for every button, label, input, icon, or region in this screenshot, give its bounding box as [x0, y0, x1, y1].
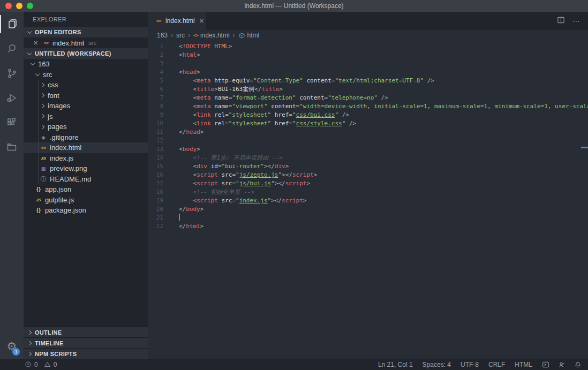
- code-line[interactable]: 20</body>: [148, 205, 588, 214]
- feedback-icon[interactable]: [558, 361, 566, 368]
- line-number[interactable]: 17: [148, 179, 170, 188]
- split-editor-icon[interactable]: [557, 16, 565, 26]
- code-line[interactable]: 2<html>: [148, 51, 588, 59]
- code-lines: 1<!DOCTYPE HTML>2<html>34<head>5 <meta h…: [148, 42, 588, 231]
- code-editor[interactable]: 1<!DOCTYPE HTML>2<html>34<head>5 <meta h…: [148, 41, 588, 359]
- line-number[interactable]: 20: [148, 205, 170, 214]
- run-and-debug-icon[interactable]: [0, 86, 24, 110]
- breadcrumb-item-index-html[interactable]: <>index.html: [193, 32, 230, 39]
- breadcrumb-item-163[interactable]: 163: [157, 32, 168, 39]
- status-item-html[interactable]: HTML: [515, 361, 532, 368]
- open-editor-item[interactable]: ✕ <> index.html src: [24, 37, 148, 48]
- line-number[interactable]: 15: [148, 162, 170, 171]
- open-editor-name: index.html: [52, 39, 84, 47]
- code-line[interactable]: 1<!DOCTYPE HTML>: [148, 42, 588, 51]
- tree-item-app-json[interactable]: {}app.json: [24, 184, 148, 195]
- status-item-ln-21-col-1[interactable]: Ln 21, Col 1: [378, 361, 413, 368]
- line-number[interactable]: 6: [148, 85, 170, 94]
- code-line[interactable]: 22</html>: [148, 222, 588, 231]
- source-control-icon[interactable]: [0, 61, 24, 86]
- explorer-icon[interactable]: [0, 12, 24, 36]
- line-number[interactable]: 14: [148, 154, 170, 162]
- workspace-header[interactable]: UNTITLED (WORKSPACE): [24, 48, 148, 59]
- line-number[interactable]: 9: [148, 111, 170, 119]
- line-content: <title>BUI-163案例</title>: [170, 85, 283, 94]
- code-line[interactable]: 4<head>: [148, 68, 588, 77]
- more-actions-icon[interactable]: ⋯: [572, 17, 581, 25]
- tree-item-readme-md[interactable]: ⓘREADME.md: [24, 174, 148, 185]
- code-line[interactable]: 15 <div id="bui-router"></div>: [148, 162, 588, 171]
- line-number[interactable]: 8: [148, 102, 170, 111]
- code-line[interactable]: 14 <!-- 第1步: 开启单页路由 -->: [148, 154, 588, 162]
- code-line[interactable]: 3: [148, 59, 588, 68]
- code-line[interactable]: 6 <title>BUI-163案例</title>: [148, 85, 588, 94]
- code-line[interactable]: 10 <link rel="stylesheet" href="css/styl…: [148, 119, 588, 128]
- line-number[interactable]: 18: [148, 188, 170, 197]
- chevron-right-icon: [40, 104, 44, 108]
- tree-item-pages[interactable]: pages: [24, 122, 148, 132]
- tree-item-index-js[interactable]: JSindex.js: [24, 153, 148, 164]
- tree-item-index-html[interactable]: <>index.html: [24, 142, 148, 153]
- tree-item-js[interactable]: js: [24, 111, 148, 122]
- tree-item-font[interactable]: font: [24, 90, 148, 101]
- line-number[interactable]: 4: [148, 68, 170, 77]
- line-number[interactable]: 3: [148, 59, 170, 68]
- line-number[interactable]: 5: [148, 77, 170, 85]
- line-content: <meta http-equiv="Content-Type" content=…: [170, 77, 434, 85]
- code-line[interactable]: 11</head>: [148, 128, 588, 137]
- code-line[interactable]: 9 <link rel="stylesheet" href="css/bui.c…: [148, 111, 588, 119]
- folder-explorer-icon[interactable]: [0, 135, 24, 160]
- notifications-bell-icon[interactable]: [574, 361, 582, 368]
- line-number[interactable]: 16: [148, 171, 170, 179]
- tree-item-package-json[interactable]: {}package.json: [24, 205, 148, 216]
- status-item-spaces-4[interactable]: Spaces: 4: [423, 361, 451, 368]
- workspace-label: UNTITLED (WORKSPACE): [35, 50, 111, 57]
- line-number[interactable]: 19: [148, 197, 170, 205]
- line-number[interactable]: 21: [148, 214, 170, 222]
- terminal-launch-icon[interactable]: [542, 361, 549, 368]
- line-number[interactable]: 2: [148, 51, 170, 59]
- line-number[interactable]: 12: [148, 137, 170, 145]
- problems-status[interactable]: 0 0: [0, 361, 57, 368]
- code-line[interactable]: 8 <meta name="viewport" content="width=d…: [148, 102, 588, 111]
- close-icon[interactable]: ✕: [33, 40, 40, 47]
- manage-gear-icon[interactable]: ⚙ 1: [0, 334, 24, 359]
- line-number[interactable]: 13: [148, 145, 170, 154]
- tab-close-icon[interactable]: ✕: [199, 18, 204, 25]
- code-line[interactable]: 7 <meta name="format-detection" content=…: [148, 94, 588, 102]
- code-line[interactable]: 18 <!-- 初始化单页 -->: [148, 188, 588, 197]
- line-number[interactable]: 10: [148, 119, 170, 128]
- section-header-timeline[interactable]: TIMELINE: [24, 337, 148, 348]
- tree-item-163[interactable]: 163: [24, 59, 148, 70]
- search-icon[interactable]: [0, 36, 24, 61]
- section-header-npm-scripts[interactable]: NPM SCRIPTS: [24, 348, 148, 359]
- code-line[interactable]: 17 <script src="js/bui.js"></script>: [148, 179, 588, 188]
- line-number[interactable]: 22: [148, 222, 170, 231]
- vscode-window: index.html — Untitled (Workspace): [0, 0, 588, 370]
- status-item-crlf[interactable]: CRLF: [488, 361, 505, 368]
- status-item-utf-8[interactable]: UTF-8: [461, 361, 479, 368]
- tree-item-label: package.json: [45, 206, 86, 214]
- code-line[interactable]: 19 <script src="index.js"></script>: [148, 197, 588, 205]
- section-header-outline[interactable]: OUTLINE: [24, 327, 148, 337]
- open-editors-header[interactable]: OPEN EDITORS: [24, 27, 148, 37]
- line-number[interactable]: 7: [148, 94, 170, 102]
- tab-index-html[interactable]: <> index.html ✕: [148, 12, 206, 30]
- code-line[interactable]: 13<body>: [148, 145, 588, 154]
- tree-item--gitignore[interactable]: ◈.gitignore: [24, 132, 148, 143]
- tree-item-images[interactable]: images: [24, 101, 148, 111]
- extensions-icon[interactable]: [0, 110, 24, 135]
- breadcrumb-item-html[interactable]: html: [238, 32, 260, 39]
- code-line[interactable]: 16 <script src="js/zepto.js"></script>: [148, 171, 588, 179]
- code-line[interactable]: 5 <meta http-equiv="Content-Type" conten…: [148, 77, 588, 85]
- tree-item-preview-png[interactable]: ▦preview.png: [24, 163, 148, 174]
- tree-item-src[interactable]: src: [24, 70, 148, 80]
- code-line[interactable]: 12: [148, 137, 588, 145]
- line-number[interactable]: 1: [148, 42, 170, 51]
- tree-item-css[interactable]: css: [24, 80, 148, 90]
- tree-item-gulpfile-js[interactable]: JSgulpfile.js: [24, 195, 148, 206]
- breadcrumb-item-src[interactable]: src: [176, 32, 185, 39]
- code-line[interactable]: 21: [148, 214, 588, 222]
- line-number[interactable]: 11: [148, 128, 170, 137]
- activity-bar: ⚙ 1: [0, 12, 24, 359]
